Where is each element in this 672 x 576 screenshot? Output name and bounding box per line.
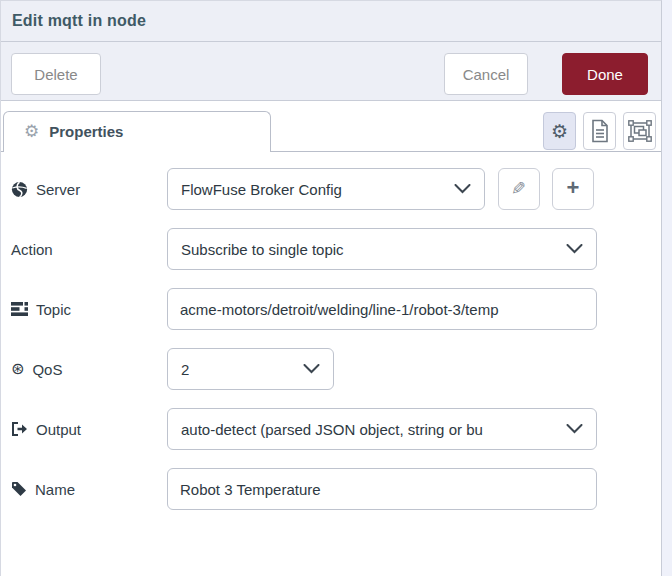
action-label: Action (1, 241, 167, 258)
topic-row: Topic (1, 288, 661, 330)
properties-form: Server FlowFuse Broker Config ✎ + Action… (1, 152, 661, 510)
chevron-down-icon (566, 244, 583, 254)
gear-icon: ⚙ (551, 122, 568, 141)
tab-properties-label: Properties (49, 123, 123, 140)
server-label: Server (1, 181, 167, 198)
action-select[interactable]: Subscribe to single topic (167, 228, 597, 270)
sign-out-icon (11, 421, 28, 437)
edit-server-button[interactable]: ✎ (498, 168, 540, 210)
name-row: Name (1, 468, 661, 510)
output-select[interactable]: auto-detect (parsed JSON object, string … (167, 408, 597, 450)
dialog-toolbar: Delete Cancel Done (1, 42, 661, 101)
circled-asterisk-icon: ⊛ (11, 361, 24, 377)
dialog-title: Edit mqtt in node (12, 12, 146, 30)
server-row: Server FlowFuse Broker Config ✎ + (1, 168, 661, 210)
description-button[interactable] (583, 112, 616, 150)
qos-select-value: 2 (181, 361, 189, 378)
name-input[interactable] (167, 468, 597, 510)
edit-node-dialog: Edit mqtt in node Delete Cancel Done ⚙ P… (0, 0, 662, 576)
plus-icon: + (567, 177, 580, 199)
tab-bar: ⚙ Properties ⚙ (1, 101, 661, 152)
qos-row: ⊛ QoS 2 (1, 348, 661, 390)
topic-input[interactable] (167, 288, 597, 330)
output-label: Output (1, 421, 167, 438)
output-row: Output auto-detect (parsed JSON object, … (1, 408, 661, 450)
topic-label: Topic (1, 301, 167, 318)
properties-gear-button[interactable]: ⚙ (543, 112, 576, 150)
tab-properties[interactable]: ⚙ Properties (3, 111, 271, 151)
chevron-down-icon (454, 184, 471, 194)
tasks-icon (11, 301, 28, 317)
name-label: Name (1, 481, 167, 498)
delete-button[interactable]: Delete (11, 53, 101, 95)
qos-select[interactable]: 2 (167, 348, 334, 390)
document-icon (590, 119, 610, 143)
qos-label: ⊛ QoS (1, 361, 167, 378)
chevron-down-icon (566, 424, 583, 434)
globe-icon (11, 181, 28, 198)
done-button[interactable]: Done (562, 53, 648, 95)
add-server-button[interactable]: + (552, 168, 594, 210)
appearance-button[interactable] (623, 112, 656, 150)
cancel-button[interactable]: Cancel (444, 53, 528, 95)
tag-icon (11, 481, 27, 497)
action-select-value: Subscribe to single topic (181, 241, 344, 258)
chevron-down-icon (303, 364, 320, 374)
output-select-value: auto-detect (parsed JSON object, string … (181, 421, 483, 438)
dialog-header: Edit mqtt in node (1, 1, 661, 42)
object-group-icon (628, 120, 652, 142)
gear-icon: ⚙ (24, 123, 39, 140)
server-select[interactable]: FlowFuse Broker Config (167, 168, 485, 210)
pencil-icon: ✎ (511, 180, 526, 198)
action-row: Action Subscribe to single topic (1, 228, 661, 270)
tab-tool-buttons: ⚙ (543, 112, 656, 150)
server-select-value: FlowFuse Broker Config (181, 181, 342, 198)
